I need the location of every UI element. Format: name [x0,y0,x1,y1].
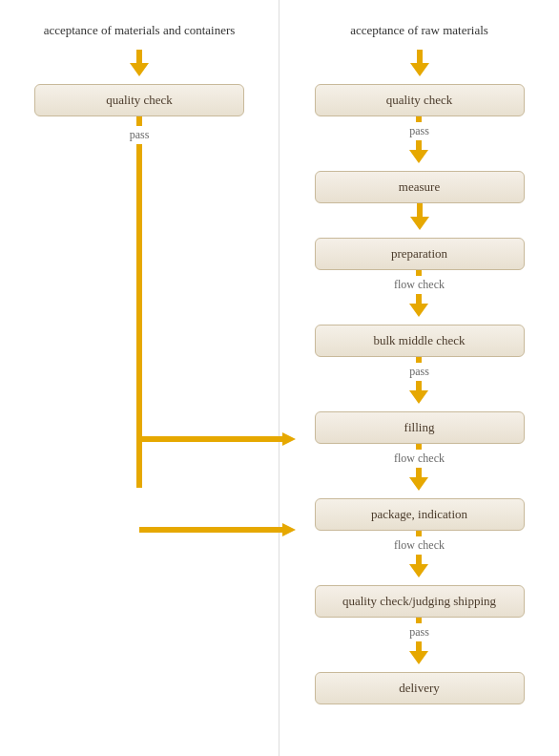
left-column: acceptance of materials and containers q… [0,0,280,756]
bulk-middle-check-box: bulk middle check [315,325,525,357]
arrow-2 [410,203,429,230]
delivery-box: delivery [315,672,525,704]
flow-check-label-1: flow check [394,278,445,292]
left-pass-label: pass [130,128,150,142]
arrow-1-left [130,50,149,76]
package-box: package, indication [315,498,525,531]
arrow-flowcheck1: flow check [394,270,445,317]
qc-judging-box: quality check/judging shipping [315,585,525,618]
right-pass1-label: pass [409,124,429,138]
arrow-pass3: pass [409,618,429,664]
right-quality-check-box: quality check [315,84,525,116]
arrow-flowcheck3: flow check [394,531,445,578]
right-column: acceptance of raw materials quality chec… [280,0,559,756]
filling-box: filling [315,411,525,444]
left-quality-check-box: quality check [34,84,244,116]
arrow-pass1: pass [409,116,429,163]
right-header: acceptance of raw materials [280,10,559,50]
arrow-1-right [410,50,429,76]
arrow-flowcheck2: flow check [394,444,445,491]
left-header: acceptance of materials and containers [0,10,279,50]
flow-check-label-3: flow check [394,538,445,553]
left-long-vline [136,144,142,488]
arrow-pass2: pass [409,357,429,404]
measure-box: measure [315,171,525,203]
right-pass3-label: pass [409,625,429,640]
preparation-box: preparation [315,238,525,270]
right-pass2-label: pass [409,365,429,379]
left-pass-section: pass [130,116,150,488]
flow-check-label-2: flow check [394,452,445,466]
